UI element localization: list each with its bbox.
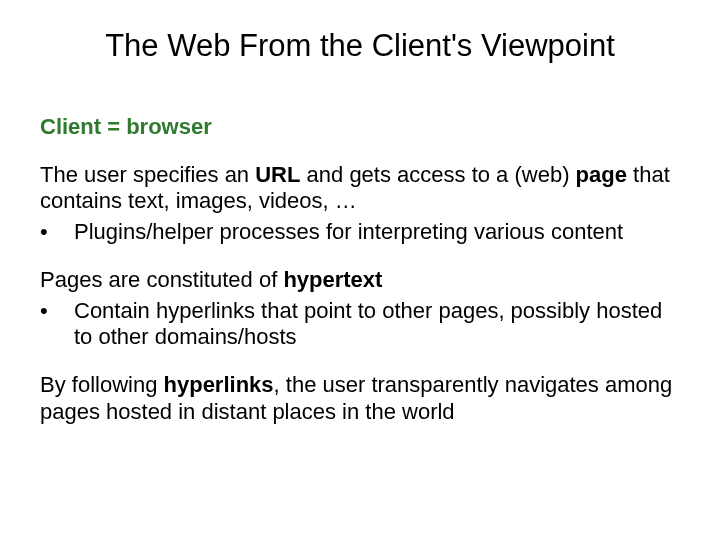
bold-page: page xyxy=(576,162,627,187)
bullet-text: Contain hyperlinks that point to other p… xyxy=(74,298,680,351)
paragraph-url-page: The user specifies an URL and gets acces… xyxy=(40,162,680,215)
paragraph-following-hyperlinks: By following hyperlinks, the user transp… xyxy=(40,372,680,425)
bold-hyperlinks: hyperlinks xyxy=(164,372,274,397)
text-fragment: Pages are constituted of xyxy=(40,267,283,292)
text-fragment: and gets access to a (web) xyxy=(300,162,575,187)
bold-hypertext: hypertext xyxy=(283,267,382,292)
bullet-plugins: • Plugins/helper processes for interpret… xyxy=(40,219,680,245)
bullet-text: Plugins/helper processes for interpretin… xyxy=(74,219,680,245)
bullet-mark-icon: • xyxy=(40,298,74,351)
text-fragment: The user specifies an xyxy=(40,162,255,187)
paragraph-hypertext: Pages are constituted of hypertext xyxy=(40,267,680,293)
text-fragment: By following xyxy=(40,372,164,397)
subheading-client-browser: Client = browser xyxy=(40,114,680,140)
bullet-mark-icon: • xyxy=(40,219,74,245)
bold-url: URL xyxy=(255,162,300,187)
bullet-hyperlinks: • Contain hyperlinks that point to other… xyxy=(40,298,680,351)
slide: The Web From the Client's Viewpoint Clie… xyxy=(0,0,720,540)
slide-title: The Web From the Client's Viewpoint xyxy=(40,28,680,64)
